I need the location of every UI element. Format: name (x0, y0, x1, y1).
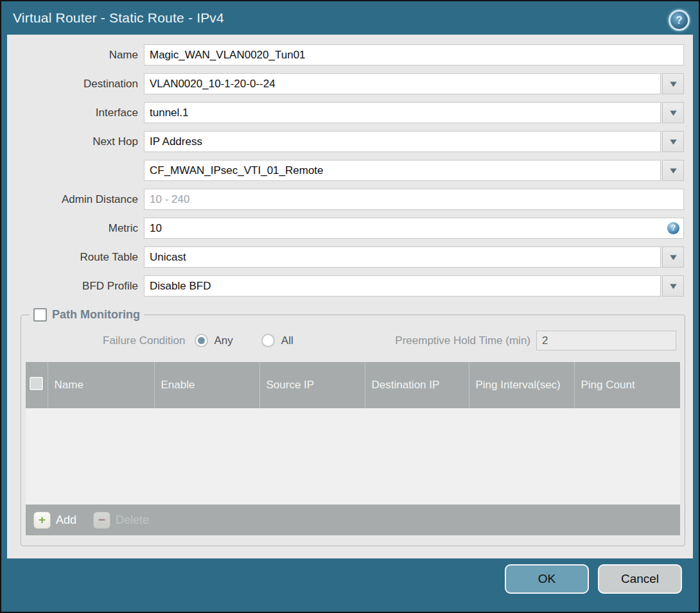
help-icon[interactable]: ? (669, 10, 690, 31)
bfd-profile-label: BFD Profile (7, 280, 144, 293)
column-header-ping-interval[interactable]: Ping Interval(sec) (469, 362, 574, 408)
chevron-down-icon: ▼ (667, 166, 678, 175)
chevron-down-icon: ▼ (667, 282, 678, 290)
destination-input[interactable] (144, 73, 661, 94)
column-header-destination-ip[interactable]: Destination IP (365, 362, 469, 408)
next-hop-address-row: ▼ (7, 160, 684, 181)
metric-input[interactable] (144, 218, 684, 239)
table-empty-body (26, 408, 680, 505)
metric-label: Metric (7, 222, 144, 235)
path-monitoring-legend: Path Monitoring (30, 308, 144, 322)
route-table-select[interactable] (144, 246, 661, 268)
static-route-dialog: Virtual Router - Static Route - IPv4 ? N… (0, 0, 700, 613)
chevron-down-icon: ▼ (667, 80, 678, 88)
route-table-dropdown-button[interactable]: ▼ (662, 246, 684, 268)
next-hop-dropdown-button[interactable]: ▼ (662, 131, 684, 152)
interface-row: Interface ▼ (7, 102, 684, 123)
admin-distance-label: Admin Distance (7, 193, 144, 206)
path-monitoring-section: Path Monitoring Failure Condition Any Al… (21, 308, 685, 546)
add-icon: + (33, 512, 51, 529)
interface-input[interactable] (144, 102, 661, 123)
name-row: Name (7, 44, 684, 65)
add-button-label: Add (56, 514, 76, 527)
column-header-enable[interactable]: Enable (154, 362, 259, 408)
column-header-source-ip[interactable]: Source IP (259, 362, 365, 408)
title-bar: Virtual Router - Static Route - IPv4 ? (1, 1, 699, 35)
next-hop-address-input[interactable] (144, 160, 661, 181)
failure-condition-any-label: Any (214, 334, 233, 347)
path-monitoring-controls: Failure Condition Any All Preemptive Hol… (30, 331, 676, 350)
interface-dropdown-button[interactable]: ▼ (662, 102, 684, 123)
destination-label: Destination (7, 78, 144, 91)
metric-row: Metric ? (7, 218, 684, 239)
bfd-profile-dropdown-button[interactable]: ▼ (662, 275, 684, 297)
path-monitoring-title: Path Monitoring (52, 308, 140, 322)
chevron-down-icon: ▼ (667, 253, 678, 261)
select-all-cell (26, 362, 48, 408)
preemptive-hold-time-label: Preemptive Hold Time (min) (395, 334, 530, 347)
failure-condition-radio-group: Any All (195, 334, 315, 347)
ok-button[interactable]: OK (505, 564, 589, 594)
chevron-down-icon: ▼ (667, 108, 678, 117)
cancel-button[interactable]: Cancel (598, 564, 682, 594)
add-button[interactable]: + Add (33, 512, 76, 529)
dialog-footer: OK Cancel (505, 564, 682, 594)
failure-condition-all-label: All (281, 334, 293, 347)
column-header-ping-count[interactable]: Ping Count (574, 362, 680, 408)
failure-condition-label: Failure Condition (103, 334, 186, 347)
route-table-label: Route Table (7, 251, 144, 264)
select-all-checkbox[interactable] (30, 377, 43, 390)
interface-label: Interface (7, 107, 144, 119)
next-hop-row: Next Hop ▼ (7, 131, 684, 152)
delete-button-label: Delete (116, 514, 149, 527)
table-toolbar: + Add − Delete (26, 505, 680, 535)
destination-row: Destination ▼ (7, 73, 684, 94)
delete-button[interactable]: − Delete (93, 512, 149, 529)
preemptive-hold-time-input[interactable] (536, 331, 676, 350)
bfd-profile-select[interactable] (144, 275, 661, 297)
column-header-name[interactable]: Name (48, 362, 154, 408)
table-header-row: Name Enable Source IP Destination IP Pin… (26, 362, 680, 408)
next-hop-label: Next Hop (7, 135, 144, 148)
path-monitoring-table: Name Enable Source IP Destination IP Pin… (26, 362, 680, 535)
delete-icon: − (93, 512, 110, 529)
metric-help-icon[interactable]: ? (667, 222, 679, 234)
name-label: Name (7, 49, 144, 62)
failure-condition-any-radio[interactable] (195, 334, 208, 347)
route-table-row: Route Table ▼ (7, 246, 684, 268)
failure-condition-all-radio[interactable] (261, 334, 275, 347)
path-monitoring-checkbox[interactable] (33, 308, 47, 322)
chevron-down-icon: ▼ (667, 137, 678, 146)
next-hop-select[interactable] (144, 131, 661, 152)
dialog-content: Name Destination ▼ Interface ▼ (7, 35, 693, 558)
name-input[interactable] (144, 44, 684, 65)
next-hop-address-dropdown-button[interactable]: ▼ (662, 160, 684, 181)
bfd-profile-row: BFD Profile ▼ (7, 275, 684, 297)
admin-distance-row: Admin Distance (7, 189, 684, 210)
destination-dropdown-button[interactable]: ▼ (662, 73, 684, 94)
dialog-title: Virtual Router - Static Route - IPv4 (13, 10, 224, 26)
admin-distance-input[interactable] (144, 189, 684, 210)
